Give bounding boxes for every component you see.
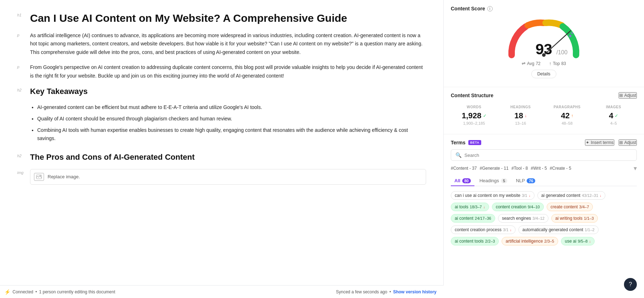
chip-ai-generated-content[interactable]: ai generated content 43/12–31 ↓ bbox=[537, 191, 605, 200]
gauge-labels: ⇌ Avg 72 ↑ Top 83 bbox=[522, 61, 566, 66]
insert-terms-btn[interactable]: ✦ Insert terms bbox=[585, 139, 614, 146]
list-item[interactable]: AI-generated content can be efficient bu… bbox=[37, 103, 426, 112]
help-button[interactable]: ? bbox=[624, 278, 637, 291]
svg-text:/100: /100 bbox=[556, 49, 567, 55]
struct-headings-label: HEADINGS bbox=[497, 105, 544, 109]
hash-tag-0[interactable]: #Content - 37 bbox=[451, 166, 477, 171]
score-section: Content Score i 93 /100 ✦ ✦ bbox=[444, 0, 644, 87]
p2-tag: p bbox=[17, 63, 26, 69]
chip-ai-tools[interactable]: ai tools 18/3–7 ↓ bbox=[451, 203, 489, 211]
hash-tag-1[interactable]: #Generate - 11 bbox=[480, 166, 509, 171]
struct-paragraphs-value: 42 bbox=[561, 111, 570, 120]
h2-key-takeaways-title[interactable]: Key Takeaways bbox=[30, 86, 426, 97]
hash-tag-3[interactable]: #Writ - 5 bbox=[531, 166, 547, 171]
p1-block: p As artificial intelligence (AI) contin… bbox=[17, 31, 426, 57]
terms-section: Terms BETA ✦ Insert terms ⊞ Adjust 🔍 #Co… bbox=[444, 134, 644, 245]
chip-content-creation-process[interactable]: content creation process 3/1 ↓ bbox=[451, 225, 516, 234]
avg-label: ⇌ Avg 72 bbox=[522, 61, 541, 66]
content-structure-adjust-btn[interactable]: ⊞ Adjust bbox=[619, 92, 637, 99]
chip-ai-tools-arrow: ↓ bbox=[483, 205, 485, 209]
p2-text[interactable]: From Google's perspective on AI content … bbox=[30, 63, 426, 80]
list-item[interactable]: Quality of AI content should be ensured … bbox=[37, 115, 426, 123]
replace-image-btn[interactable]: Replace image. bbox=[30, 169, 426, 185]
synced-label: Synced a few seconds ago bbox=[336, 289, 387, 294]
hash-tags: #Content - 37 #Generate - 11 #Tool - 8 #… bbox=[451, 164, 637, 172]
struct-paragraphs-indicator: ↑ bbox=[571, 113, 573, 118]
chip-ai-content[interactable]: ai content 24/17–36 bbox=[451, 214, 495, 223]
status-bar: ⚡ Connected • 1 person currently editing… bbox=[0, 285, 444, 298]
img-tag: img bbox=[17, 169, 26, 175]
chip-can-i-use[interactable]: can i use ai content on my website 3/1 ↓ bbox=[451, 191, 535, 200]
tab-all[interactable]: All 80 bbox=[451, 176, 474, 186]
hash-tag-4[interactable]: #Create - 5 bbox=[550, 166, 571, 171]
chip-use-ai-arrow: ↓ bbox=[589, 239, 591, 243]
struct-words-label: WORDS bbox=[451, 105, 497, 109]
h1-title[interactable]: Can I Use AI Content on My Website? A Co… bbox=[30, 11, 426, 25]
chip-use-ai[interactable]: use ai 9/5–8 ↓ bbox=[561, 237, 595, 245]
terms-left: Terms BETA bbox=[451, 140, 481, 145]
details-button[interactable]: Details bbox=[531, 70, 557, 78]
terms-title: Terms bbox=[451, 140, 465, 145]
list-item[interactable]: Combining AI tools with human expertise … bbox=[37, 126, 426, 143]
terms-search-input[interactable] bbox=[464, 153, 632, 158]
hash-tag-2[interactable]: #Tool - 8 bbox=[511, 166, 528, 171]
term-chips: can i use ai content on my website 3/1 ↓… bbox=[451, 191, 637, 245]
content-score-info-icon[interactable]: i bbox=[487, 6, 493, 11]
h2-pros-cons-block: h2 The Pros and Cons of AI-Generated Con… bbox=[17, 152, 426, 163]
show-version-btn[interactable]: Show version history bbox=[393, 289, 436, 294]
chip-ai-generated-text: ai generated content bbox=[541, 193, 580, 198]
chip-auto-generated-content[interactable]: automatically generated content 1/1–2 bbox=[518, 225, 599, 234]
svg-text:✦: ✦ bbox=[571, 31, 574, 35]
adjust-terms-icon: ⊞ bbox=[619, 140, 623, 145]
h2-key-takeaways-block: h2 Key Takeaways bbox=[17, 86, 426, 97]
right-panel: Content Score i 93 /100 ✦ ✦ bbox=[444, 0, 644, 298]
struct-images: IMAGES 4 ✓ 4–5 bbox=[590, 102, 637, 128]
chip-content-creation-text: content creation bbox=[496, 204, 526, 209]
beta-badge: BETA bbox=[468, 140, 481, 145]
chip-ai-tools-count: 18/3–7 bbox=[470, 205, 482, 209]
terms-adjust-btn[interactable]: ⊞ Adjust bbox=[619, 139, 637, 146]
chip-can-i-use-text: can i use ai content on my website bbox=[455, 193, 520, 198]
struct-headings-range: 13–16 bbox=[497, 121, 544, 125]
chip-ai-content-tools[interactable]: ai content tools 2/2–3 bbox=[451, 237, 499, 245]
editing-label: 1 person currently editing this document bbox=[39, 289, 115, 294]
struct-headings-indicator: ↓ bbox=[525, 113, 527, 118]
chip-content-creation-process-arrow: ↓ bbox=[510, 228, 512, 232]
struct-words-range: 1,900–2,185 bbox=[451, 121, 497, 125]
struct-headings: HEADINGS 18 ↓ 13–16 bbox=[497, 102, 544, 128]
chip-ai-writing-tools-count: 1/1–3 bbox=[584, 216, 594, 220]
terms-tabs: All 80 Headings 5 NLP 76 bbox=[451, 176, 637, 186]
chip-create-content-count: 3/4–7 bbox=[579, 205, 589, 209]
chip-ai-generated-count: 43/12–31 bbox=[582, 193, 598, 198]
chip-ai-tools-text: ai tools bbox=[455, 204, 468, 209]
chip-ai-content-tools-count: 2/2–3 bbox=[485, 239, 495, 243]
terms-header: Terms BETA ✦ Insert terms ⊞ Adjust bbox=[451, 134, 637, 149]
h2-pros-cons-title[interactable]: The Pros and Cons of AI-Generated Conten… bbox=[30, 152, 426, 163]
bullets-block: AI-generated content can be efficient bu… bbox=[17, 103, 426, 146]
struct-headings-value: 18 bbox=[514, 111, 523, 120]
separator2: • bbox=[389, 289, 391, 294]
chip-artificial-intelligence[interactable]: artificial intelligence 2/3–5 bbox=[502, 237, 558, 245]
p1-text[interactable]: As artificial intelligence (AI) continue… bbox=[30, 31, 426, 57]
chip-content-creation-process-count: 3/1 bbox=[503, 228, 508, 232]
expand-hash-tags-icon[interactable]: ▾ bbox=[634, 164, 637, 172]
tab-all-label: All bbox=[454, 178, 460, 183]
gauge-container: 93 /100 ✦ ✦ ⇌ Avg 72 ↑ Top 83 bbox=[451, 16, 637, 78]
editor-panel: h1 Can I Use AI Content on My Website? A… bbox=[0, 0, 444, 298]
chip-use-ai-text: use ai bbox=[565, 239, 576, 244]
chip-search-engines[interactable]: search engines 3/4–12 bbox=[498, 214, 548, 223]
chip-create-content[interactable]: create content 3/4–7 bbox=[547, 203, 593, 211]
tab-headings-label: Headings bbox=[479, 178, 499, 183]
tab-headings[interactable]: Headings 5 bbox=[476, 176, 511, 186]
chip-content-creation[interactable]: content creation 9/4–10 bbox=[492, 203, 544, 211]
chip-ai-writing-tools[interactable]: ai writing tools 1/1–3 bbox=[551, 214, 598, 223]
chip-content-creation-count: 9/4–10 bbox=[528, 205, 540, 209]
sparkle-icon: ✦ bbox=[586, 140, 589, 145]
chip-ai-content-tools-text: ai content tools bbox=[455, 239, 484, 244]
chip-search-engines-count: 3/4–12 bbox=[532, 216, 545, 220]
h1-tag: h1 bbox=[17, 11, 26, 17]
tab-nlp[interactable]: NLP 76 bbox=[512, 176, 539, 186]
terms-search-box[interactable]: 🔍 bbox=[451, 149, 637, 161]
chip-artificial-intelligence-text: artificial intelligence bbox=[506, 239, 543, 244]
p1-tag: p bbox=[17, 31, 26, 37]
